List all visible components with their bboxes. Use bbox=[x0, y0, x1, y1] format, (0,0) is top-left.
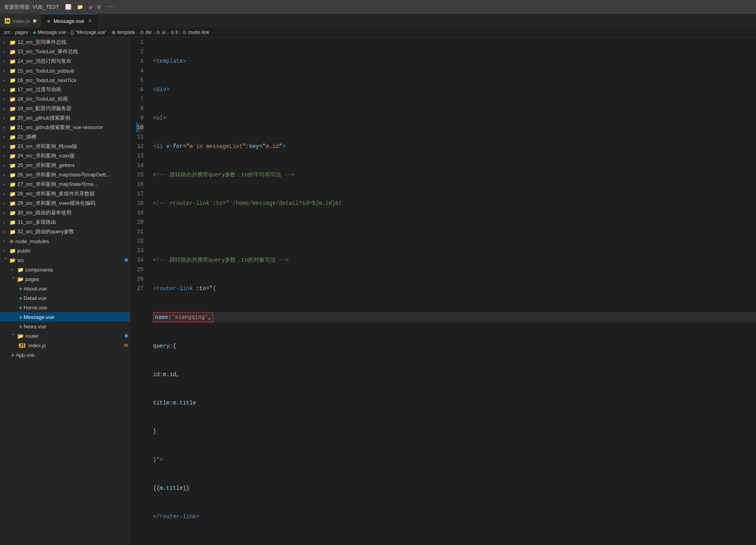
sidebar-item-components[interactable]: › 📁 components bbox=[0, 265, 130, 274]
sidebar-item[interactable]: › 📁 12_src_至同事件总线 bbox=[0, 37, 130, 47]
sidebar-item-message[interactable]: ◈ Message.vue bbox=[0, 312, 130, 322]
vue-file-icon: ◈ bbox=[19, 296, 22, 301]
sidebar-item[interactable]: › 📁 15_src_TodoList_pubsub bbox=[0, 66, 130, 75]
arrow-icon: › bbox=[3, 116, 8, 120]
router-link-icon: ⊙ bbox=[183, 30, 187, 35]
arrow-icon: › bbox=[3, 69, 8, 73]
sidebar-item[interactable]: › 📁 29_src_求和案例_vuex模块化编码 bbox=[0, 199, 130, 208]
code-line-13: title:m.title bbox=[153, 398, 756, 408]
breadcrumb-obj[interactable]: "Message.vue" bbox=[75, 30, 107, 35]
code-line-9: <router-link :to="{ bbox=[153, 284, 756, 293]
sidebar-item-about[interactable]: ◈ About.vue bbox=[0, 284, 130, 293]
folder-icon: 📁 bbox=[9, 125, 16, 131]
code-line-10: name:'xiangqing', bbox=[153, 312, 756, 322]
sidebar-item[interactable]: › 📁 24_src_求和案例_vuex版 bbox=[0, 151, 130, 161]
breadcrumb-pages[interactable]: pages bbox=[15, 30, 28, 35]
breadcrumb-template[interactable]: template bbox=[117, 30, 135, 35]
arrow-open-icon: › bbox=[4, 258, 8, 262]
breadcrumb-src[interactable]: src bbox=[4, 30, 10, 35]
arrow-icon: › bbox=[3, 97, 8, 101]
sidebar-item-node-modules[interactable]: › ⊕ node_modules bbox=[0, 236, 130, 246]
sidebar-item-router[interactable]: › 📂 router bbox=[0, 331, 130, 341]
arrow-icon: › bbox=[3, 182, 8, 187]
breadcrumb-router-link[interactable]: router-link bbox=[188, 30, 209, 35]
breadcrumb-ul[interactable]: ul bbox=[162, 30, 165, 35]
sidebar-item[interactable]: › 📁 30_src_路由的基本使用 bbox=[0, 208, 130, 217]
new-folder-icon[interactable]: 📁 bbox=[75, 3, 85, 11]
vue-file-icon: ◈ bbox=[11, 352, 14, 358]
js-file-icon: JS bbox=[19, 343, 25, 348]
code-area[interactable]: 1 2 3 4 5 6 7 8 9 10 11 12 13 14 15 16 1… bbox=[130, 37, 756, 545]
folder-icon: 📁 bbox=[9, 134, 16, 140]
sidebar-item[interactable]: › 📁 27_src_求和案例_mapState与ma... bbox=[0, 180, 130, 189]
tabs-bar: JS index.js ◈ Message.vue ✕ bbox=[0, 14, 756, 28]
arrow-icon: › bbox=[3, 144, 8, 149]
arrow-icon: › bbox=[3, 249, 8, 253]
code-line-15: }"> bbox=[153, 455, 756, 464]
breadcrumb-li[interactable]: li bbox=[176, 30, 178, 35]
sidebar-item[interactable]: › 📁 23_src_求和案例_纯vue版 bbox=[0, 142, 130, 151]
sidebar-item-home[interactable]: ◈ Home.vue bbox=[0, 303, 130, 312]
sidebar-item-pages[interactable]: › 📂 pages bbox=[0, 274, 130, 284]
sidebar-item-router-index[interactable]: JS index.js M bbox=[0, 341, 130, 350]
sidebar-item[interactable]: › 📁 31_src_多级路由 bbox=[0, 217, 130, 227]
editor: 1 2 3 4 5 6 7 8 9 10 11 12 13 14 15 16 1… bbox=[130, 37, 756, 545]
folder-icon: 📁 bbox=[9, 200, 16, 206]
sidebar-item[interactable]: › 📁 18_src_TodoList_动画 bbox=[0, 94, 130, 104]
folder-icon: 📁 bbox=[9, 115, 16, 121]
folder-icon: 📁 bbox=[9, 248, 16, 254]
sidebar-item[interactable]: › 📁 25_src_求和案例_getters bbox=[0, 161, 130, 170]
vue-breadcrumb-icon: ◈ bbox=[33, 30, 36, 35]
folder-icon: 📁 bbox=[9, 153, 16, 159]
code-line-7 bbox=[153, 227, 756, 236]
tab-modified-indicator bbox=[33, 19, 36, 22]
modified-dot bbox=[125, 334, 128, 337]
main-layout: › 📁 12_src_至同事件总线 › 📁 13_src_TodoList_事件… bbox=[0, 37, 756, 545]
more-icon[interactable]: ··· bbox=[105, 3, 117, 11]
folder-icon: 📁 bbox=[9, 58, 16, 64]
code-line-12: id:m.id, bbox=[153, 370, 756, 379]
sidebar-item-public[interactable]: › 📁 public bbox=[0, 246, 130, 255]
code-line-11: query:{ bbox=[153, 341, 756, 351]
vue-file-icon: ◈ bbox=[19, 286, 22, 291]
ul-icon: ⊙ bbox=[156, 30, 160, 35]
refresh-icon[interactable]: ↺ bbox=[87, 3, 93, 11]
collapse-icon[interactable]: ⊟ bbox=[96, 3, 102, 11]
tab-index-js[interactable]: JS index.js bbox=[0, 14, 41, 28]
sidebar-item[interactable]: › 📁 14_src_消息订阅与发布 bbox=[0, 56, 130, 66]
sidebar-item[interactable]: › 📁 17_src_过度与动画 bbox=[0, 85, 130, 94]
sidebar-item[interactable]: › 📁 28_src_求和案例_多组件共享数据 bbox=[0, 189, 130, 199]
sidebar-item[interactable]: › 📁 19_src_配置代理服务器 bbox=[0, 104, 130, 113]
code-content[interactable]: <template> <div> <ul> <li v-for="m in me… bbox=[150, 37, 756, 545]
arrow-icon: › bbox=[3, 192, 8, 196]
tab-message-vue[interactable]: ◈ Message.vue ✕ bbox=[41, 14, 97, 28]
sidebar-item-news[interactable]: ◈ News.vue bbox=[0, 322, 130, 331]
sidebar-item[interactable]: › 📁 16_src_TodoList_nextTick bbox=[0, 75, 130, 85]
sidebar-item[interactable]: › 📁 32_src_路由的query参数 bbox=[0, 227, 130, 236]
sidebar-item-app[interactable]: ◈ App.vue bbox=[0, 350, 130, 360]
sidebar-item[interactable]: › 📁 21_src_github搜索案例_vue-resource bbox=[0, 123, 130, 132]
folder-icon: 📁 bbox=[9, 210, 16, 216]
code-line-14: } bbox=[153, 427, 756, 436]
breadcrumb-div[interactable]: div bbox=[146, 30, 151, 35]
sidebar-item[interactable]: › 📁 20_src_github搜索案例 bbox=[0, 113, 130, 123]
folder-icon: 📁 bbox=[9, 229, 16, 235]
template-icon: ⊛ bbox=[112, 30, 116, 35]
div-icon: ⊙ bbox=[140, 30, 144, 35]
arrow-icon: › bbox=[3, 78, 8, 82]
sidebar-item-src[interactable]: › 📂 src bbox=[0, 255, 130, 265]
arrow-icon: › bbox=[3, 211, 8, 215]
new-file-icon[interactable]: ⬜ bbox=[63, 3, 73, 11]
sidebar-item-detail[interactable]: ◈ Detail.vue bbox=[0, 293, 130, 303]
folder-icon: 📁 bbox=[9, 68, 16, 74]
breadcrumb-file[interactable]: Message.vue bbox=[38, 30, 66, 35]
code-line-1: <template> bbox=[153, 56, 756, 66]
sidebar-item[interactable]: › 📁 26_src_求和案例_mapState与mapGett... bbox=[0, 170, 130, 180]
sidebar-item[interactable]: › 📁 22_插槽 bbox=[0, 132, 130, 142]
sidebar-item[interactable]: › 📁 13_src_TodoList_事件总线 bbox=[0, 47, 130, 56]
tab-close-button[interactable]: ✕ bbox=[87, 18, 93, 24]
folder-icon: 📁 bbox=[9, 219, 16, 225]
folder-open-icon: 📂 bbox=[17, 333, 24, 339]
line-numbers: 1 2 3 4 5 6 7 8 9 10 11 12 13 14 15 16 1… bbox=[130, 37, 150, 545]
arrow-icon: › bbox=[3, 135, 8, 139]
